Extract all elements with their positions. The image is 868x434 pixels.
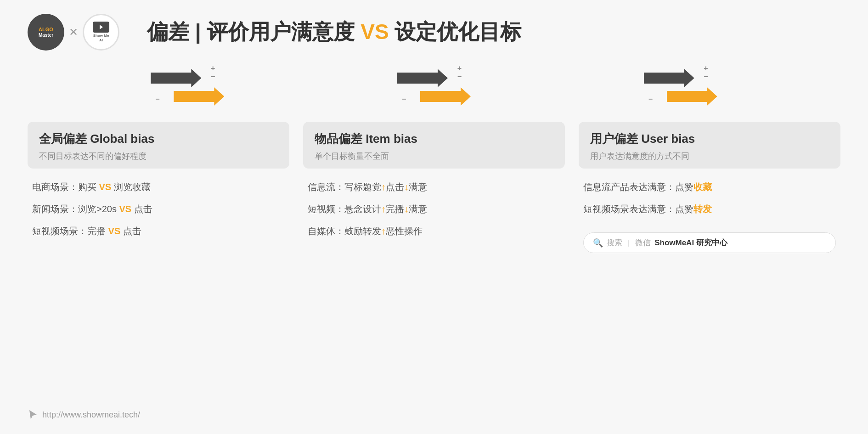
card-items-global: 电商场景：购买 VS 浏览收藏 新闻场景：浏览>20s VS 点击 短视频场景：… xyxy=(28,180,289,238)
column-item-bias: 物品偏差 Item bias 单个目标衡量不全面 信息流：写标题党↑点击↓满意 … xyxy=(303,122,565,402)
title-vs: VS xyxy=(361,20,389,44)
screen-icon xyxy=(93,22,109,33)
brand-label: ShowMeAI 研究中心 xyxy=(654,237,727,248)
minus-sign-2: − xyxy=(402,95,406,103)
card-title-global: 全局偏差 Global bias xyxy=(39,131,278,147)
footer: http://www.showmeai.tech/ xyxy=(28,402,840,420)
arrow-up-icon: ↑ xyxy=(381,226,386,236)
list-item: 新闻场景：浏览>20s VS 点击 xyxy=(32,202,285,216)
plus-sign-3: +− xyxy=(704,64,708,81)
item-text: 新闻场景：浏览>20s xyxy=(32,204,119,214)
item-text: 电商场景：购买 xyxy=(32,182,99,192)
showme-label: Show MeAI xyxy=(93,34,109,42)
list-item: 信息流产品表达满意：点赞收藏 xyxy=(583,180,836,194)
item-text: 点击 xyxy=(120,226,141,236)
card-header-global: 全局偏差 Global bias 不同目标表达不同的偏好程度 xyxy=(28,122,289,169)
arrow-group-1: +− − xyxy=(109,64,265,113)
arrow-up-icon: ↑ xyxy=(381,204,386,214)
title-part1: 偏差 | 评价用户满意度 xyxy=(147,20,355,44)
plus-sign-2: +− xyxy=(457,64,462,81)
highlight-text: 转发 xyxy=(693,204,712,214)
search-icon: 🔍 xyxy=(593,238,603,248)
arrow-group-3: +− − xyxy=(603,64,759,113)
arrow-down-icon: ↓ xyxy=(404,204,409,214)
item-text: 信息流产品表达满意：点赞 xyxy=(583,182,693,192)
item-text: 满意 xyxy=(409,204,427,214)
plus-sign-1: +− xyxy=(211,64,215,81)
card-subtitle-user: 用户表达满意度的方式不同 xyxy=(590,151,829,162)
item-text: 自媒体：鼓励转发 xyxy=(308,226,381,236)
logos: ALGO Master ✕ Show MeAI xyxy=(28,14,119,51)
arrow-left-1 xyxy=(151,69,201,87)
wechat-label: 微信 xyxy=(635,237,651,248)
arrow-right-3 xyxy=(667,87,717,106)
card-header-item: 物品偏差 Item bias 单个目标衡量不全面 xyxy=(303,122,565,169)
list-item: 电商场景：购买 VS 浏览收藏 xyxy=(32,180,285,194)
card-title-user: 用户偏差 User bias xyxy=(590,131,829,147)
algo-text: ALGO xyxy=(39,27,53,33)
highlight-text: 收藏 xyxy=(693,182,712,192)
item-text: 短视频场景：完播 xyxy=(32,226,108,236)
arrows-visual-2: +− − xyxy=(397,64,471,106)
search-box[interactable]: 🔍 搜索 | 微信 ShowMeAI 研究中心 xyxy=(583,232,836,253)
card-header-user: 用户偏差 User bias 用户表达满意度的方式不同 xyxy=(579,122,840,169)
arrow-left-3 xyxy=(644,69,694,87)
list-item: 自媒体：鼓励转发↑恶性操作 xyxy=(308,224,560,238)
algo-master-logo: ALGO Master xyxy=(28,14,64,51)
list-item: 短视频场景表达满意：点赞转发 xyxy=(583,202,836,216)
item-text: 短视频场景表达满意：点赞 xyxy=(583,204,693,214)
footer-url: http://www.showmeai.tech/ xyxy=(42,410,140,420)
card-subtitle-item: 单个目标衡量不全面 xyxy=(315,151,553,162)
card-title-item: 物品偏差 Item bias xyxy=(315,131,553,147)
item-text: 信息流：写标题党 xyxy=(308,182,381,192)
arrow-down-icon: ↓ xyxy=(404,182,409,192)
columns-container: 全局偏差 Global bias 不同目标表达不同的偏好程度 电商场景：购买 V… xyxy=(28,122,840,402)
card-subtitle-global: 不同目标表达不同的偏好程度 xyxy=(39,151,278,162)
footer-link: http://www.showmeai.tech/ xyxy=(28,409,140,420)
item-text: 点击 xyxy=(386,182,404,192)
card-items-item: 信息流：写标题党↑点击↓满意 短视频：悬念设计↑完播↓满意 自媒体：鼓励转发↑恶… xyxy=(303,180,565,238)
arrow-left-2 xyxy=(397,69,448,87)
vs-label: VS xyxy=(108,226,121,236)
showme-logo: Show MeAI xyxy=(83,14,119,51)
x-separator: ✕ xyxy=(69,26,78,39)
card-items-user: 信息流产品表达满意：点赞收藏 短视频场景表达满意：点赞转发 🔍 搜索 | 微信 … xyxy=(579,180,840,402)
item-text: 点击 xyxy=(131,204,152,214)
vs-label: VS xyxy=(99,182,112,192)
minus-sign-1: − xyxy=(155,95,159,103)
column-global-bias: 全局偏差 Global bias 不同目标表达不同的偏好程度 电商场景：购买 V… xyxy=(28,122,289,402)
header: ALGO Master ✕ Show MeAI 偏差 | 评价用户满意度 VS … xyxy=(28,14,840,51)
column-user-bias: 用户偏差 User bias 用户表达满意度的方式不同 信息流产品表达满意：点赞… xyxy=(579,122,840,402)
master-text: Master xyxy=(39,33,53,38)
arrow-up-icon: ↑ xyxy=(381,182,386,192)
cursor-icon xyxy=(28,409,39,420)
item-text: 浏览收藏 xyxy=(111,182,151,192)
minus-sign-3: − xyxy=(648,95,653,103)
list-item: 短视频场景：完播 VS 点击 xyxy=(32,224,285,238)
arrow-right-2 xyxy=(420,87,471,106)
item-text: 短视频：悬念设计 xyxy=(308,204,381,214)
title-part2: 设定优化目标 xyxy=(395,20,521,44)
header-title: 偏差 | 评价用户满意度 VS 设定优化目标 xyxy=(147,18,521,46)
list-item: 信息流：写标题党↑点击↓满意 xyxy=(308,180,560,194)
arrow-right-1 xyxy=(174,87,224,106)
item-text: 满意 xyxy=(409,182,427,192)
vs-label: VS xyxy=(119,204,131,214)
item-text: 完播 xyxy=(386,204,404,214)
arrow-icons-row: +− − +− − +− − xyxy=(28,64,840,113)
search-placeholder: 搜索 xyxy=(607,237,622,248)
arrow-group-2: +− − xyxy=(356,64,512,113)
main-container: ALGO Master ✕ Show MeAI 偏差 | 评价用户满意度 VS … xyxy=(0,0,868,434)
divider: | xyxy=(628,239,630,247)
list-item: 短视频：悬念设计↑完播↓满意 xyxy=(308,202,560,216)
arrows-visual-1: +− − xyxy=(151,64,224,106)
item-text: 恶性操作 xyxy=(386,226,423,236)
arrows-visual-3: +− − xyxy=(644,64,717,106)
